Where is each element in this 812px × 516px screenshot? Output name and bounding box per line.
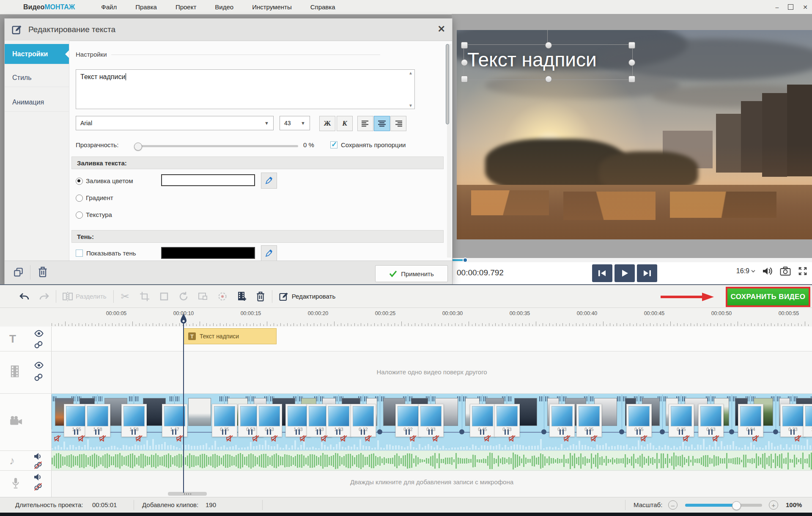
keyframe-mark[interactable]: [639, 429, 641, 435]
resize-handle-sw[interactable]: [461, 76, 468, 82]
keyframe-mark[interactable]: [77, 429, 78, 435]
zoom-out-button[interactable]: –: [668, 500, 678, 510]
menu-item-file[interactable]: Файл: [101, 3, 117, 11]
minimize-button[interactable]: –: [775, 4, 779, 11]
zoom-slider-thumb[interactable]: [732, 501, 741, 510]
keyframe-dot[interactable]: [541, 429, 546, 434]
shadow-color-swatch[interactable]: [161, 247, 255, 259]
zoom-slider[interactable]: [685, 504, 762, 507]
preview-seekbar[interactable]: [452, 258, 812, 262]
edit-clip-button[interactable]: [277, 289, 291, 304]
menu-item-help[interactable]: Справка: [310, 3, 335, 11]
keyframe-dot[interactable]: [619, 429, 624, 434]
font-size-select[interactable]: 43 ▼: [280, 116, 310, 130]
pip-button[interactable]: [196, 289, 210, 304]
fill-eyedropper-button[interactable]: [261, 173, 277, 189]
resize-handle-w[interactable]: [461, 59, 468, 66]
transition-badge[interactable]: 0.84: [738, 404, 763, 437]
clip-grip-right[interactable]: [170, 396, 173, 401]
keyframe-mark[interactable]: [336, 429, 337, 435]
transition-badge[interactable]: 1.83: [326, 404, 351, 437]
keyframe-mark[interactable]: [339, 429, 340, 435]
maximize-button[interactable]: [788, 4, 793, 10]
keyframe-dot[interactable]: [660, 429, 665, 434]
unlink-icon[interactable]: [34, 461, 42, 469]
close-button[interactable]: ✕: [803, 4, 808, 11]
keyframe-mark[interactable]: [480, 429, 481, 435]
keyframe-mark[interactable]: [793, 429, 795, 435]
scroll-up-icon[interactable]: ▲: [409, 71, 413, 75]
volume-icon[interactable]: [762, 266, 773, 276]
align-center-button[interactable]: [374, 116, 390, 131]
clip-grip-left[interactable]: [590, 396, 594, 401]
tab-settings[interactable]: Настройки: [5, 44, 69, 64]
keyframe-mark[interactable]: [587, 429, 588, 435]
transition-badge[interactable]: 1.58: [121, 404, 147, 437]
align-right-button[interactable]: [390, 116, 406, 131]
menu-item-video[interactable]: Видео: [215, 3, 233, 11]
overlay-track-lane[interactable]: Наложите одно видео поверх другого: [52, 351, 812, 393]
keep-proportions-checkbox[interactable]: [330, 141, 337, 148]
transition-badge[interactable]: 0.53: [257, 404, 282, 437]
rotate-handle-n[interactable]: [545, 42, 552, 49]
visibility-eye-icon[interactable]: [34, 362, 44, 369]
keyframe-mark[interactable]: [711, 429, 713, 435]
keyframe-mark[interactable]: [134, 429, 136, 435]
clip-grip-right[interactable]: [617, 396, 621, 401]
crop-button[interactable]: [137, 289, 152, 304]
play-button[interactable]: [614, 264, 635, 282]
resize-handle-e[interactable]: [628, 59, 635, 66]
transition-badge[interactable]: 0.33: [780, 404, 806, 437]
transition-badge[interactable]: 1.15: [803, 404, 812, 437]
caption-text-input[interactable]: Текст надписи ▲ ▼: [76, 69, 415, 109]
text-clip[interactable]: T Текст надписи: [184, 328, 277, 344]
keyframe-mark[interactable]: [679, 429, 680, 435]
timeline-ruler[interactable]: 00:00:0500:00:1000:00:1500:00:2000:00:25…: [0, 308, 812, 327]
keyframe-mark[interactable]: [636, 429, 638, 435]
text-track-lane[interactable]: T Текст надписи: [52, 327, 812, 351]
shadow-eyedropper-button[interactable]: [261, 245, 277, 261]
keyframe-mark[interactable]: [270, 429, 271, 435]
clip-grip-right[interactable]: [219, 396, 223, 401]
audio-track-lane[interactable]: [52, 451, 812, 470]
tab-style[interactable]: Стиль: [5, 69, 69, 87]
menu-item-edit[interactable]: Правка: [135, 3, 157, 11]
prev-frame-button[interactable]: [592, 264, 612, 282]
keyframe-mark[interactable]: [483, 429, 484, 435]
fill-color-radio[interactable]: [76, 178, 83, 185]
zoom-in-button[interactable]: +: [769, 500, 778, 510]
resize-handle-nw[interactable]: [461, 42, 468, 49]
playhead-marker[interactable]: [180, 314, 187, 324]
keyframe-mark[interactable]: [132, 429, 133, 435]
keyframe-mark[interactable]: [320, 429, 321, 435]
keyframe-mark[interactable]: [708, 429, 710, 435]
keyframe-mark[interactable]: [98, 429, 99, 435]
video-track-lane[interactable]: 1.651.581.581.470.350.530.531.031.831.83…: [52, 394, 812, 450]
transition-badge[interactable]: 0.35: [669, 404, 694, 437]
keyframe-mark[interactable]: [590, 429, 591, 435]
transition-badge[interactable]: 0.45: [470, 404, 495, 437]
cut-button[interactable]: ✂: [118, 289, 132, 304]
undo-button[interactable]: [17, 289, 31, 304]
keyframe-mark[interactable]: [428, 429, 430, 435]
italic-button[interactable]: К: [337, 116, 353, 131]
resize-handle-se[interactable]: [628, 76, 635, 82]
keyframe-mark[interactable]: [562, 429, 564, 435]
clip-grip-right[interactable]: [129, 396, 133, 401]
duplicate-button[interactable]: [13, 267, 24, 278]
edit-clip-button-label[interactable]: Редактировать: [292, 293, 336, 300]
visibility-eye-icon[interactable]: [34, 330, 44, 337]
text-overlay-selection[interactable]: Текст надписи: [464, 44, 633, 80]
keyframe-mark[interactable]: [225, 429, 226, 435]
resize-handle-s[interactable]: [545, 76, 552, 82]
keyframe-dot[interactable]: [459, 429, 464, 434]
clip-grip-right[interactable]: [539, 396, 543, 401]
keyframe-mark[interactable]: [175, 429, 176, 435]
clip-grip-left[interactable]: [176, 396, 179, 401]
clip-grip-left[interactable]: [508, 396, 512, 401]
speaker-icon[interactable]: [34, 473, 42, 481]
transition-badge[interactable]: 0.92: [395, 404, 421, 437]
next-frame-button[interactable]: [637, 264, 657, 282]
keyframe-mark[interactable]: [790, 429, 792, 435]
transition-badge[interactable]: 0.35: [212, 404, 237, 437]
